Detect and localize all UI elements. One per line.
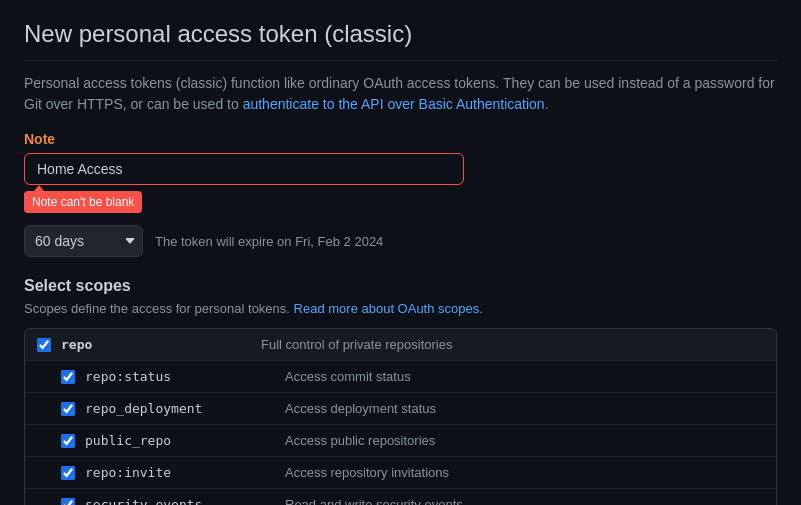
scope-name-security-events: security_events <box>85 497 265 505</box>
note-label: Note <box>24 131 777 147</box>
expiry-row: No expiration 7 days 30 days 60 days 90 … <box>24 225 777 257</box>
page-description: Personal access tokens (classic) functio… <box>24 73 777 115</box>
scope-row-repo-status: repo:status Access commit status <box>25 361 776 393</box>
scope-row-repo: repo Full control of private repositorie… <box>25 329 776 361</box>
scope-row-security-events: security_events Read and write security … <box>25 489 776 505</box>
scope-checkbox-repo-invite[interactable] <box>61 466 75 480</box>
expiry-text: The token will expire on Fri, Feb 2 2024 <box>155 234 383 249</box>
oauth-scopes-link[interactable]: Read more about OAuth scopes. <box>294 301 483 316</box>
scope-name-repo-deployment: repo_deployment <box>85 401 265 416</box>
scope-desc-public-repo: Access public repositories <box>265 433 764 448</box>
note-field-group: Note Note can't be blank <box>24 131 777 221</box>
scope-checkbox-repo-deployment[interactable] <box>61 402 75 416</box>
scope-checkbox-public-repo[interactable] <box>61 434 75 448</box>
scope-row-repo-invite: repo:invite Access repository invitation… <box>25 457 776 489</box>
scope-name-repo-invite: repo:invite <box>85 465 265 480</box>
scope-desc-repo-deployment: Access deployment status <box>265 401 764 416</box>
scope-checkbox-repo[interactable] <box>37 338 51 352</box>
scope-desc-repo-status: Access commit status <box>265 369 764 384</box>
scopes-table: repo Full control of private repositorie… <box>24 328 777 505</box>
scope-desc-repo-invite: Access repository invitations <box>265 465 764 480</box>
scope-desc-security-events: Read and write security events <box>265 497 764 505</box>
note-input[interactable] <box>24 153 464 185</box>
scope-row-repo-deployment: repo_deployment Access deployment status <box>25 393 776 425</box>
scope-name-repo: repo <box>61 337 241 352</box>
scope-name-repo-status: repo:status <box>85 369 265 384</box>
scope-checkbox-repo-status[interactable] <box>61 370 75 384</box>
auth-link[interactable]: authenticate to the API over Basic Authe… <box>243 96 545 112</box>
page-title: New personal access token (classic) <box>24 20 777 61</box>
scopes-description: Scopes define the access for personal to… <box>24 301 777 316</box>
expiry-select[interactable]: No expiration 7 days 30 days 60 days 90 … <box>24 225 143 257</box>
scope-name-public-repo: public_repo <box>85 433 265 448</box>
scopes-section-title: Select scopes <box>24 277 777 295</box>
scope-desc-repo: Full control of private repositories <box>241 337 764 352</box>
note-error-bubble: Note can't be blank <box>24 191 142 213</box>
scope-row-public-repo: public_repo Access public repositories <box>25 425 776 457</box>
scope-checkbox-security-events[interactable] <box>61 498 75 506</box>
